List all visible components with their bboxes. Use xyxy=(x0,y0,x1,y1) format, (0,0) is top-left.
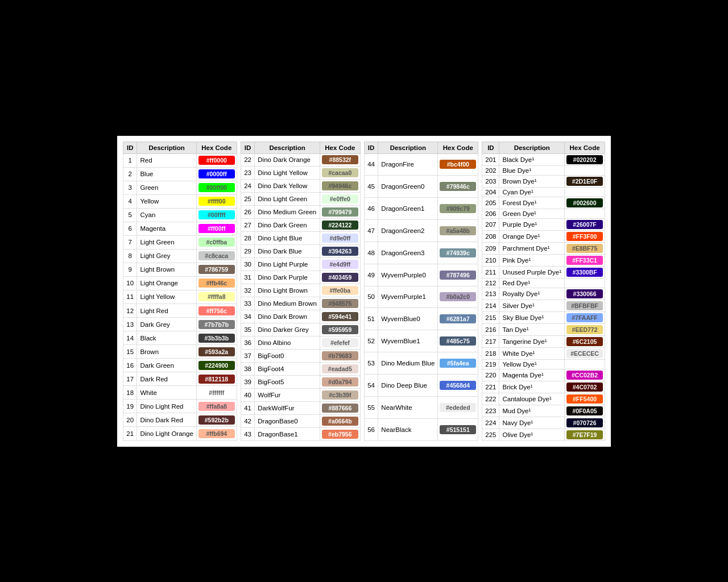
row-id: 223 xyxy=(482,405,499,417)
row-description: Magenta xyxy=(137,222,196,235)
row-description: Parchment Dye¹ xyxy=(499,242,565,254)
header-hex-2: Hex Code xyxy=(320,142,360,153)
row-description: Dark Green xyxy=(137,359,196,372)
row-hex: #6281a7 xyxy=(438,308,478,330)
row-description: Dino Albino xyxy=(255,336,320,349)
color-table-1: ID Description Hex Code 1Red#ff00002Blue… xyxy=(123,142,237,441)
row-hex xyxy=(565,209,605,218)
header-desc-2: Description xyxy=(255,142,320,153)
row-hex: #224122 xyxy=(320,219,360,232)
row-id: 14 xyxy=(123,331,137,345)
row-description: Purple Dye¹ xyxy=(499,218,565,230)
header-id-1: ID xyxy=(123,142,137,153)
row-hex: #b79683 xyxy=(320,349,360,362)
row-description: Cantaloupe Dye¹ xyxy=(499,393,565,405)
row-id: 49 xyxy=(364,264,378,286)
table-row: 1Red#ff0000 xyxy=(123,153,237,167)
row-id: 31 xyxy=(241,271,255,284)
row-hex xyxy=(565,165,605,175)
row-hex: #485c75 xyxy=(438,330,478,352)
row-hex: #74939c xyxy=(438,242,478,264)
row-description: Light Red xyxy=(137,304,196,318)
row-id: 43 xyxy=(241,427,255,440)
table-row: 49WyvernPurple0#787496 xyxy=(364,264,478,286)
row-hex: #594e41 xyxy=(320,310,360,323)
row-description: Navy Dye¹ xyxy=(499,417,565,429)
row-hex: #394263 xyxy=(320,245,360,258)
table-row: 203Brown Dye¹#2D1E0F xyxy=(482,175,605,187)
row-description: Unused Purple Dye¹ xyxy=(499,266,565,278)
row-description: DragonGreen0 xyxy=(378,176,438,198)
row-hex: #ffb46c xyxy=(196,276,237,290)
row-id: 213 xyxy=(482,288,499,300)
row-hex: #FF3F00 xyxy=(565,230,605,242)
row-description: Dino Light Purple xyxy=(255,258,320,271)
table-row: 45DragonGreen0#79846c xyxy=(364,176,478,198)
row-hex: #812118 xyxy=(196,372,237,386)
row-description: BigFoot0 xyxy=(255,349,320,362)
table-row: 202Blue Dye¹ xyxy=(482,165,605,175)
row-hex: #eadad5 xyxy=(320,362,360,375)
table-row: 56NearBlack#515151 xyxy=(364,418,478,440)
row-id: 210 xyxy=(482,254,499,266)
row-hex: #ffffa8 xyxy=(196,290,237,304)
row-id: 15 xyxy=(123,345,137,359)
row-description: BigFoot5 xyxy=(255,375,320,388)
row-description: NearBlack xyxy=(378,418,438,440)
row-description: Brick Dye¹ xyxy=(499,381,565,393)
table-row: 21Dino Light Orange#ffb694 xyxy=(123,427,237,440)
row-description: Brown xyxy=(137,345,196,359)
row-hex: #4568d4 xyxy=(438,374,478,396)
row-description: NearWhite xyxy=(378,396,438,418)
table-row: 28Dino Light Blue#d9e0ff xyxy=(241,232,360,245)
row-description: Dino Light Blue xyxy=(255,232,320,245)
row-description: Dino Dark Green xyxy=(255,219,320,232)
row-hex: #595959 xyxy=(320,323,360,336)
row-description: Orange Dye¹ xyxy=(499,230,565,242)
table-row: 43DragonBase1#eb7956 xyxy=(241,427,360,440)
row-description: DragonGreen3 xyxy=(378,242,438,264)
row-id: 203 xyxy=(482,175,499,187)
row-hex xyxy=(565,359,605,369)
row-hex: #020202 xyxy=(565,153,605,165)
row-id: 216 xyxy=(482,323,499,335)
row-id: 52 xyxy=(364,330,378,352)
table-row: 50WyvernPurple1#b0a2c0 xyxy=(364,286,478,308)
row-id: 225 xyxy=(482,429,499,440)
row-description: Mud Dye¹ xyxy=(499,405,565,417)
color-table-4: ID Description Hex Code 201Black Dye¹#02… xyxy=(482,142,605,441)
row-hex: #7FAAFF xyxy=(565,311,605,323)
row-hex: #ffffff xyxy=(196,386,237,400)
row-description: Dino Darker Grey xyxy=(255,323,320,336)
table-row: 32Dino Light Brown#ffe0ba xyxy=(241,284,360,297)
row-description: Dino Light Green xyxy=(255,193,320,206)
row-hex: #002600 xyxy=(565,197,605,209)
row-id: 201 xyxy=(482,153,499,165)
header-id-2: ID xyxy=(241,142,255,153)
row-hex: #b0a2c0 xyxy=(438,286,478,308)
row-id: 24 xyxy=(241,180,255,193)
row-description: WyvernPurple0 xyxy=(378,264,438,286)
table-row: 26Dino Medium Green#799479 xyxy=(241,206,360,219)
row-id: 45 xyxy=(364,176,378,198)
table-row: 39BigFoot5#d0a794 xyxy=(241,375,360,388)
row-id: 28 xyxy=(241,232,255,245)
row-id: 27 xyxy=(241,219,255,232)
row-id: 208 xyxy=(482,230,499,242)
row-description: Dino Dark Brown xyxy=(255,310,320,323)
table-row: 19Dino Light Red#ffa8a8 xyxy=(123,400,237,413)
row-id: 25 xyxy=(241,193,255,206)
table-row: 10Light Orange#ffb46c xyxy=(123,276,237,290)
table-row: 220Magenta Dye¹#CC02B2 xyxy=(482,369,605,381)
table-row: 15Brown#593a2a xyxy=(123,345,237,359)
row-id: 55 xyxy=(364,396,378,418)
row-description: Yellow xyxy=(137,194,196,208)
table-row: 212Red Dye¹ xyxy=(482,278,605,288)
row-hex: #eb7956 xyxy=(320,427,360,440)
table-row: 20Dino Dark Red#592b2b xyxy=(123,413,237,427)
row-description: Brown Dye¹ xyxy=(499,175,565,187)
row-id: 19 xyxy=(123,400,137,413)
row-description: Light Yellow xyxy=(137,290,196,304)
table-row: 214Silver Dye¹#BFBFBF xyxy=(482,300,605,311)
row-hex: #bc4f00 xyxy=(438,153,478,176)
